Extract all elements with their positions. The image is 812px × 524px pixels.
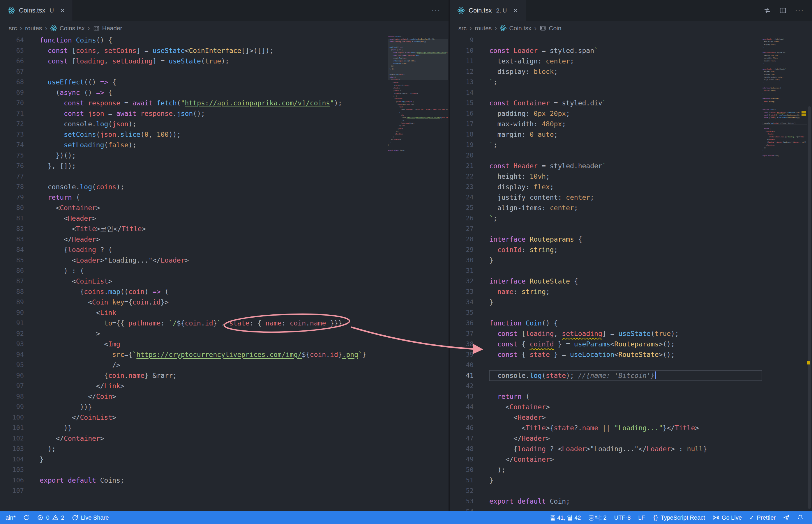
code-line-54[interactable] [489,507,762,511]
live-share-button[interactable]: Live Share [68,514,113,521]
code-line-33[interactable]: name: string; [763,100,807,103]
code-line-98[interactable]: </Coin> [39,391,387,402]
notifications-button[interactable] [793,514,807,521]
code-line-79[interactable]: return ( [39,192,387,202]
code-line-21[interactable]: const Header = styled.header` [763,67,807,70]
code-line-31[interactable] [489,265,762,276]
code-line-96[interactable]: {coin.name} &rarr; [39,370,387,381]
code-line-106[interactable]: export default Coins; [39,475,387,486]
code-editor-coin[interactable]: 9101112131415161718192021222324252627282… [450,35,812,511]
code-line-45[interactable]: <Header> [489,412,762,423]
breadcrumb-item-coin-tsx[interactable]: Coin.tsx [500,25,531,32]
code-line-94[interactable]: src={`https://cryptocurrencyliveprices.c… [388,116,448,119]
code-line-51[interactable]: } [763,149,807,152]
code-line-86[interactable]: ) : ( [39,265,387,276]
code-line-76[interactable]: }, []); [39,161,387,171]
code-line-27[interactable] [489,224,762,234]
code-line-100[interactable]: </CoinList> [388,133,448,135]
breadcrumb-item-src[interactable]: src [9,25,17,32]
code-line-17[interactable]: max-width: 480px; [763,57,807,60]
code-line-26[interactable]: `; [489,213,762,224]
code-line-66[interactable]: const [loading, setLoading] = useState(t… [39,56,387,66]
code-line-34[interactable]: } [489,297,762,307]
code-line-81[interactable]: <Header> [39,213,387,224]
code-line-100[interactable]: </CoinList> [39,412,387,423]
cursor-position-indicator[interactable]: 줄 41, 열 42 [546,514,585,522]
code-line-38[interactable]: const { coinId } = useParams<Routeparams… [763,114,807,116]
code-line-42[interactable] [763,125,807,127]
code-line-105[interactable] [388,146,448,149]
more-actions-icon[interactable]: ··· [431,6,440,15]
code-line-46[interactable]: <Title>{state?.name || "Loading..."}</Ti… [489,423,762,433]
code-line-30[interactable]: } [489,255,762,265]
code-line-40[interactable] [489,360,762,370]
sync-button[interactable] [19,514,33,521]
code-line-26[interactable]: `; [763,81,807,84]
code-line-104[interactable]: } [39,454,387,464]
code-line-64[interactable]: function Coins() { [388,35,448,37]
code-line-49[interactable]: </Container> [489,454,762,464]
code-line-11[interactable]: text-align: center; [489,56,762,66]
code-line-54[interactable] [763,157,807,160]
code-line-50[interactable]: ); [763,146,807,149]
code-line-107[interactable] [388,152,448,154]
code-line-89[interactable]: <Coin key={coin.id}> [39,297,387,307]
code-line-28[interactable]: interface Routeparams { [489,234,762,245]
code-line-32[interactable]: interface RouteState { [489,276,762,286]
code-line-20[interactable] [489,150,762,161]
code-line-101[interactable]: )} [388,135,448,138]
code-line-38[interactable]: const { coinId } = useParams<Routeparams… [489,339,762,349]
code-line-70[interactable]: const response = await fetch("https://ap… [39,98,387,108]
code-line-51[interactable]: } [489,475,762,486]
breadcrumb-item-header[interactable]: Header [93,25,122,32]
code-line-89[interactable]: <Coin key={coin.id}> [388,103,448,105]
breadcrumb-item-routes[interactable]: routes [25,25,42,32]
code-line-81[interactable]: <Header> [388,81,448,84]
code-line-14[interactable] [763,49,807,51]
code-line-53[interactable]: export default Coin; [763,154,807,157]
code-line-52[interactable] [489,486,762,496]
code-line-13[interactable]: `; [489,77,762,87]
code-line-23[interactable]: display: flex; [489,182,762,192]
breadcrumb-item-src[interactable]: src [458,25,467,32]
code-line-67[interactable] [39,66,387,77]
encoding-indicator[interactable]: UTF-8 [611,514,635,521]
breadcrumb-item-coins-tsx[interactable]: Coins.tsx [50,25,84,32]
code-line-11[interactable]: text-align: center; [763,40,807,43]
code-line-95[interactable]: /> [39,360,387,370]
code-line-21[interactable]: const Header = styled.header` [489,161,762,171]
breadcrumb-item-coin[interactable]: Coin [539,25,561,32]
code-line-64[interactable]: function Coins() { [39,35,387,45]
code-line-74[interactable]: setLoading(false); [39,140,387,150]
close-icon[interactable]: × [60,6,65,15]
code-line-97[interactable]: </Link> [39,381,387,391]
code-line-41[interactable]: console.log(state); //{name: 'Bitcoin'} [489,370,762,381]
open-changes-icon[interactable] [763,7,771,14]
code-line-44[interactable]: <Container> [763,130,807,132]
minimap[interactable]: const Loader = styled.span` text-align: … [763,35,807,511]
code-line-24[interactable]: justify-content: center; [763,76,807,78]
code-line-24[interactable]: justify-content: center; [489,192,762,202]
code-line-49[interactable]: </Container> [763,144,807,146]
code-line-95[interactable]: /> [388,119,448,122]
code-line-102[interactable]: </Container> [39,433,387,444]
code-line-44[interactable]: <Container> [489,402,762,412]
code-line-53[interactable]: export default Coin; [489,496,762,507]
code-line-34[interactable]: } [763,103,807,105]
code-line-80[interactable]: <Container> [39,202,387,213]
code-line-35[interactable] [489,307,762,318]
code-line-18[interactable]: margin: 0 auto; [489,129,762,140]
code-line-23[interactable]: display: flex; [763,73,807,76]
code-line-106[interactable]: export default Coins; [388,149,448,152]
code-line-99[interactable]: ))} [388,130,448,132]
code-line-92[interactable]: > [39,328,387,339]
code-line-47[interactable]: </Header> [763,138,807,141]
send-feedback-button[interactable] [779,514,793,521]
code-line-94[interactable]: src={`https://cryptocurrencyliveprices.c… [39,349,387,360]
code-line-102[interactable]: </Container> [388,138,448,141]
code-line-33[interactable]: name: string; [489,286,762,297]
tab-coin-tsx[interactable]: Coin.tsx 2, U × [450,0,526,21]
code-line-86[interactable]: ) : ( [388,95,448,97]
code-line-84[interactable]: {loading ? ( [388,89,448,92]
code-line-15[interactable]: const Container = styled.div` [489,98,762,108]
